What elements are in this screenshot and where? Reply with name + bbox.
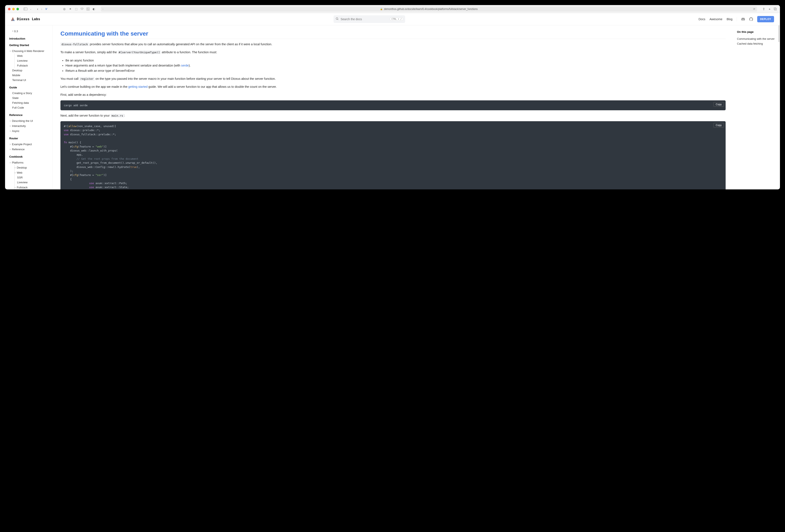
forward-button: › <box>41 7 42 11</box>
paragraph-3: You must call register on the type you p… <box>60 76 726 81</box>
github-icon[interactable] <box>749 17 753 21</box>
nav-awesome[interactable]: Awesome <box>709 18 722 21</box>
toc-item-1[interactable]: Communicating with the server <box>737 36 777 41</box>
new-tab-icon[interactable]: + <box>768 7 770 11</box>
sb-platforms-ssr[interactable]: SSR <box>15 175 50 180</box>
code-block-1: Copy cargo add serde <box>60 100 726 110</box>
page-title: Communicating with the server <box>60 30 726 39</box>
ext-icon-4[interactable]: 🛡 <box>81 7 83 10</box>
sb-example-project[interactable]: Example Project <box>9 142 50 147</box>
nav-docs[interactable]: Docs <box>699 18 705 21</box>
ext-icon-1[interactable]: ◎ <box>63 7 66 10</box>
sb-section-guide[interactable]: Guide <box>9 86 50 89</box>
svg-rect-0 <box>24 8 27 10</box>
dropdown-chevron-icon[interactable]: ⌄ <box>30 8 32 10</box>
ext-icon-2[interactable]: ☀ <box>69 7 72 10</box>
sb-platforms-fullstack[interactable]: Fullstack <box>15 185 50 189</box>
list-item-1: Be an async function <box>66 58 726 63</box>
lock-icon: 🔒 <box>380 8 383 10</box>
titlebar: ⌄ ‹ › V ◎ ☀ ⬚ 🛡 N ◐ ▫ 🔒 demonthos.github… <box>5 5 780 13</box>
ext-icon-5[interactable]: N <box>86 7 90 10</box>
paragraph-1: dioxus-fullstack provides server functio… <box>60 42 726 47</box>
refresh-icon[interactable]: ⟳ <box>753 7 755 10</box>
sb-mobile[interactable]: Mobile <box>9 73 50 78</box>
paragraph-6: Next, add the server function to your ma… <box>60 113 726 118</box>
extension-icons: ◎ ☀ ⬚ 🛡 N ◐ <box>63 7 95 10</box>
window-controls <box>8 8 19 10</box>
sb-section-getting-started[interactable]: Getting Started <box>9 44 50 47</box>
sb-state[interactable]: State <box>9 96 50 100</box>
copy-button-2[interactable]: Copy <box>713 123 724 128</box>
sb-reference-item[interactable]: Reference <box>9 147 50 152</box>
minimize-window-button[interactable] <box>12 8 15 10</box>
sb-section-reference[interactable]: Reference <box>9 113 50 116</box>
discord-icon[interactable] <box>741 17 745 21</box>
sb-terminal-ui[interactable]: Terminal UI <box>9 78 50 82</box>
sb-platforms-liveview[interactable]: Liveview <box>15 180 50 185</box>
sb-platforms-web[interactable]: Web <box>15 170 50 175</box>
tabs-icon[interactable]: ⿻ <box>774 7 777 11</box>
back-button[interactable]: ‹ <box>37 7 38 11</box>
paragraph-5: First, add serde as a dependency: <box>60 92 726 98</box>
code1-text: cargo add serde <box>64 104 87 107</box>
close-window-button[interactable] <box>8 8 10 10</box>
content-area: 0.3 Introduction Getting Started Choosin… <box>5 25 780 189</box>
sidebar-back-link[interactable]: 0.3 <box>9 29 50 33</box>
code-server-attr: #[server(YourUniqueType)] <box>118 51 161 54</box>
search-icon <box>336 17 339 21</box>
requirements-list: Be an async function Have arguments and … <box>66 58 726 74</box>
sb-platforms-desktop[interactable]: Desktop <box>15 165 50 170</box>
paragraph-4: Let's continue building on the app we ma… <box>60 84 726 89</box>
url-text: demonthos.github.io/docsite/learn/0.4/co… <box>384 7 478 10</box>
brand[interactable]: Dioxus Labs <box>11 17 40 21</box>
deploy-button[interactable]: DEPLOY <box>757 16 774 22</box>
sb-creating-story[interactable]: Creating a Story <box>9 91 50 96</box>
nav-arrows: ‹ › <box>37 7 42 11</box>
nav-links: Docs Awesome Blog DEPLOY <box>699 16 774 22</box>
code-block-2: Copy #![allow(non_snake_case, unused)] u… <box>60 121 726 189</box>
sb-web[interactable]: Web <box>15 53 50 58</box>
sb-desktop[interactable]: Desktop <box>9 68 50 73</box>
sb-liveview[interactable]: Liveview <box>15 58 50 63</box>
search-shortcut-kbd: CTRL + / <box>390 18 403 21</box>
page-icon: ▫ <box>103 7 103 10</box>
search-box[interactable]: CTRL + / <box>333 16 405 23</box>
sb-choosing-web-renderer[interactable]: Choosing A Web Renderer <box>9 48 50 53</box>
code-mainrs: main.rs <box>110 114 124 117</box>
brand-name: Dioxus Labs <box>17 17 40 21</box>
browser-window: ⌄ ‹ › V ◎ ☀ ⬚ 🛡 N ◐ ▫ 🔒 demonthos.github… <box>5 5 780 189</box>
sb-describing-ui[interactable]: Describing the UI <box>9 118 50 123</box>
address-bar[interactable]: ▫ 🔒 demonthos.github.io/docsite/learn/0.… <box>101 6 757 11</box>
svg-line-3 <box>338 19 338 20</box>
nav-blog[interactable]: Blog <box>727 18 733 21</box>
sb-fetching-data[interactable]: Fetching data <box>9 100 50 105</box>
copy-button-1[interactable]: Copy <box>713 102 724 107</box>
toc-item-2[interactable]: Cached data fetching <box>737 41 777 46</box>
ext-icon-6[interactable]: ◐ <box>93 7 95 10</box>
main-content: Communicating with the server dioxus-ful… <box>52 25 734 189</box>
ext-icon-3[interactable]: ⬚ <box>75 7 78 10</box>
code-register: register <box>79 77 95 81</box>
maximize-window-button[interactable] <box>17 8 19 10</box>
sb-platforms[interactable]: Platforms <box>9 160 50 165</box>
list-item-3: Return a Result with an error type of Se… <box>66 68 726 74</box>
sb-section-introduction[interactable]: Introduction <box>9 37 50 40</box>
list-item-2: Have arguments and a return type that bo… <box>66 63 726 68</box>
app-icon-v[interactable]: V <box>45 7 48 10</box>
getting-started-link[interactable]: getting started <box>128 85 148 88</box>
serde-link[interactable]: serde <box>181 64 189 67</box>
sb-section-router[interactable]: Router <box>9 137 50 140</box>
sb-interactivity[interactable]: Interactivity <box>9 123 50 128</box>
sb-fullstack[interactable]: Fullstack <box>15 63 50 68</box>
share-icon[interactable]: ⇧ <box>762 7 765 11</box>
search-input[interactable] <box>340 18 388 21</box>
svg-point-2 <box>336 18 338 19</box>
toc-title: On this page <box>737 30 777 33</box>
sidebar[interactable]: 0.3 Introduction Getting Started Choosin… <box>5 25 52 189</box>
sb-full-code[interactable]: Full Code <box>9 105 50 110</box>
main-scrollbar[interactable] <box>779 25 779 189</box>
sb-section-cookbook[interactable]: Cookbook <box>9 155 50 158</box>
sb-async[interactable]: Async <box>9 128 50 133</box>
sidebar-toggle-icon[interactable] <box>24 7 27 10</box>
table-of-contents: On this page Communicating with the serv… <box>734 25 780 189</box>
